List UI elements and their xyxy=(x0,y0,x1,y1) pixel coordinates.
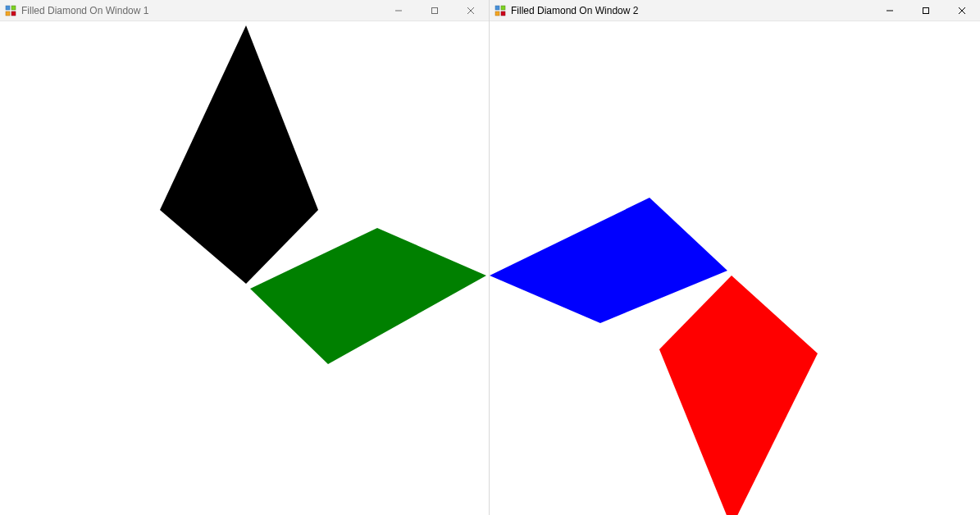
shape-red-kite xyxy=(659,276,818,515)
maximize-button[interactable] xyxy=(908,0,944,21)
svg-rect-2 xyxy=(6,11,10,16)
svg-rect-11 xyxy=(501,11,505,16)
window-1: Filled Diamond On Window 1 xyxy=(0,0,490,515)
svg-rect-9 xyxy=(501,6,505,10)
svg-rect-10 xyxy=(495,11,499,16)
window-title: Filled Diamond On Window 2 xyxy=(511,5,638,16)
app-icon xyxy=(495,5,506,16)
svg-line-7 xyxy=(467,7,474,14)
maximize-button[interactable] xyxy=(417,0,453,21)
shape-green-kite xyxy=(250,228,486,364)
titlebar-1[interactable]: Filled Diamond On Window 1 xyxy=(0,0,489,21)
titlebar-2[interactable]: Filled Diamond On Window 2 xyxy=(490,0,980,21)
window-controls xyxy=(872,0,980,21)
canvas-2 xyxy=(490,21,980,515)
svg-line-14 xyxy=(959,7,965,14)
window-2: Filled Diamond On Window 2 xyxy=(490,0,980,515)
svg-rect-13 xyxy=(923,7,929,13)
app-icon xyxy=(5,5,16,16)
svg-rect-8 xyxy=(495,6,499,10)
window-title: Filled Diamond On Window 1 xyxy=(21,5,148,16)
canvas-1 xyxy=(0,21,489,515)
minimize-button[interactable] xyxy=(872,0,908,21)
shape-black-kite xyxy=(160,25,318,284)
svg-rect-1 xyxy=(11,6,16,10)
close-button[interactable] xyxy=(944,0,980,21)
minimize-button[interactable] xyxy=(381,0,417,21)
svg-rect-0 xyxy=(6,6,10,10)
svg-rect-3 xyxy=(11,11,16,16)
shape-blue-kite xyxy=(490,198,727,323)
close-button[interactable] xyxy=(453,0,489,21)
svg-line-6 xyxy=(467,7,474,14)
svg-line-15 xyxy=(959,7,965,14)
window-controls xyxy=(381,0,489,21)
svg-rect-5 xyxy=(432,7,438,13)
